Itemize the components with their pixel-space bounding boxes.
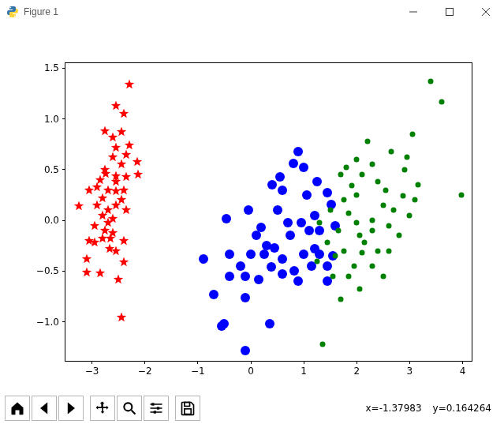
svg-marker-19 [84, 185, 94, 194]
figure-canvas[interactable]: −3−2−101234−1.0−0.50.00.51.01.5 [0, 24, 504, 392]
pan-button[interactable] [90, 396, 115, 421]
cursor-y: y=0.164264 [433, 403, 491, 414]
data-point-red-stars [110, 142, 121, 152]
back-button[interactable] [32, 396, 57, 421]
x-tick-label: 2 [353, 361, 360, 377]
data-point-green-dots [380, 273, 386, 279]
svg-rect-54 [151, 403, 154, 405]
window-maximize-button[interactable] [431, 0, 468, 24]
data-point-blue-circles [315, 250, 324, 259]
svg-marker-44 [116, 313, 125, 322]
data-point-red-stars [116, 127, 126, 137]
subplots-button[interactable] [144, 396, 169, 421]
svg-point-1 [14, 16, 16, 17]
svg-marker-28 [116, 195, 125, 204]
window-title: Figure 1 [24, 6, 58, 17]
svg-marker-49 [111, 177, 121, 186]
data-point-blue-circles [244, 205, 253, 215]
data-point-blue-circles [241, 293, 250, 302]
data-point-blue-circles [289, 159, 298, 168]
window-minimize-button[interactable] [395, 0, 431, 24]
data-point-blue-circles [297, 218, 306, 227]
data-point-blue-circles [323, 261, 332, 271]
svg-marker-10 [116, 127, 125, 137]
x-tick-label: −2 [138, 361, 152, 377]
data-point-green-dots [362, 240, 368, 246]
data-point-green-dots [428, 79, 434, 84]
data-point-green-dots [341, 197, 346, 203]
x-tick-label: −1 [191, 361, 205, 377]
plot-axes: −3−2−101234−1.0−0.50.00.51.01.5 [65, 62, 472, 362]
data-point-green-dots [375, 248, 381, 253]
data-point-red-stars [104, 244, 114, 254]
data-point-blue-circles [283, 218, 293, 227]
svg-marker-48 [111, 142, 121, 152]
cursor-x: x=-1.37983 [365, 403, 421, 414]
data-point-blue-circles [289, 266, 299, 276]
data-point-green-dots [357, 233, 362, 238]
data-point-blue-circles [267, 180, 277, 189]
forward-button[interactable] [58, 396, 84, 421]
data-point-red-stars [121, 149, 132, 159]
data-point-green-dots [354, 220, 360, 225]
data-point-green-dots [349, 183, 354, 189]
data-point-green-dots [317, 220, 323, 225]
data-point-red-stars [89, 220, 99, 231]
svg-marker-45 [119, 257, 129, 266]
data-point-green-dots [360, 250, 365, 256]
save-button[interactable] [175, 396, 200, 421]
data-point-blue-circles [252, 231, 261, 240]
x-tick-label: −3 [85, 361, 99, 377]
data-point-green-dots [386, 248, 391, 253]
data-point-green-dots [401, 193, 406, 199]
data-point-green-dots [327, 208, 333, 213]
svg-marker-15 [116, 159, 125, 169]
data-point-green-dots [370, 218, 375, 223]
data-point-green-dots [370, 227, 375, 233]
data-point-green-dots [459, 193, 465, 198]
data-point-green-dots [370, 162, 375, 167]
data-point-blue-circles [225, 272, 234, 281]
data-point-red-stars [116, 159, 126, 170]
zoom-button[interactable] [117, 396, 142, 421]
x-tick-label: 4 [460, 361, 466, 377]
data-point-blue-circles [286, 231, 295, 240]
data-point-green-dots [386, 223, 391, 228]
svg-marker-51 [92, 200, 102, 209]
data-point-blue-circles [278, 269, 287, 279]
svg-marker-50 [106, 234, 115, 243]
data-point-blue-circles [254, 275, 263, 284]
data-point-green-dots [346, 273, 352, 279]
data-point-red-stars [116, 195, 126, 205]
data-point-green-dots [325, 240, 330, 246]
home-button[interactable] [5, 396, 30, 421]
data-point-red-stars [116, 313, 126, 323]
y-tick-label: −0.5 [36, 265, 65, 276]
data-point-red-stars [118, 235, 129, 246]
data-point-green-dots [409, 131, 415, 137]
svg-marker-41 [82, 253, 91, 263]
data-point-blue-circles [293, 147, 303, 156]
data-point-blue-circles [312, 177, 322, 186]
data-point-red-stars [133, 170, 143, 180]
data-point-blue-circles [222, 214, 231, 223]
matplotlib-toolbar: x=-1.37983 y=0.164264 [0, 392, 504, 424]
data-point-blue-circles [241, 346, 250, 355]
svg-rect-57 [185, 403, 190, 407]
data-point-red-stars [118, 109, 129, 119]
data-point-blue-circles [299, 163, 308, 172]
data-point-green-dots [335, 227, 341, 233]
svg-point-53 [124, 403, 132, 411]
svg-marker-46 [121, 149, 131, 159]
data-point-blue-circles [315, 226, 324, 235]
svg-marker-7 [119, 109, 129, 118]
window-close-button[interactable] [468, 0, 504, 24]
data-point-red-stars [106, 234, 116, 244]
data-point-blue-circles [273, 205, 282, 215]
data-point-blue-circles [199, 254, 208, 264]
svg-marker-5 [124, 79, 133, 88]
data-point-blue-circles [302, 190, 312, 200]
data-point-blue-circles [304, 226, 314, 235]
svg-marker-43 [95, 268, 104, 277]
data-point-blue-circles [246, 250, 256, 259]
